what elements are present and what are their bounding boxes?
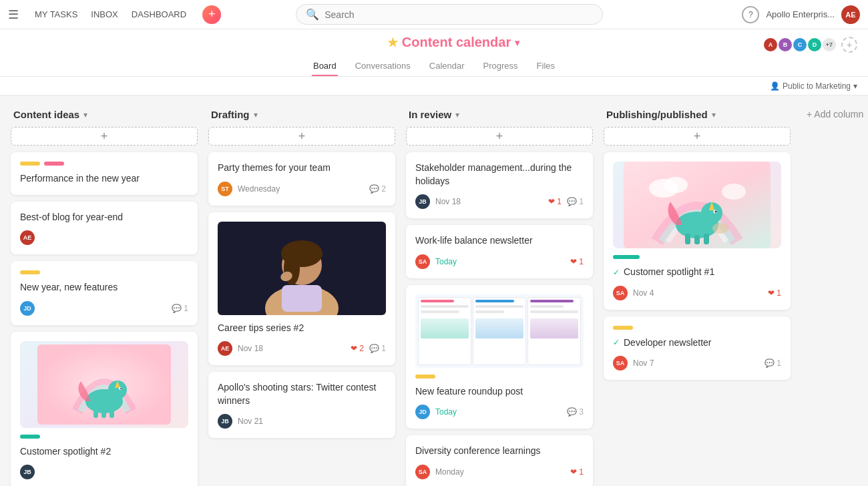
nav-dashboard[interactable]: DASHBOARD [126,7,192,22]
card-avatar: SA [613,356,628,371]
svg-point-27 [715,211,717,213]
visibility-row: 👤 Public to Marketing ▾ [0,77,868,95]
card-date-stakeholder: Nov 18 [435,197,543,206]
unicorn-illustration [37,344,171,425]
member-avatar-2[interactable]: B [777,37,793,53]
card-date-party-themes: Wednesday [238,184,364,194]
card-party-themes[interactable]: Party themes for your team ST Wednesday … [208,152,395,206]
card-career-tips[interactable]: Career tips series #2 AE Nov 18 ❤ 2 💬 1 [208,212,395,366]
add-member-button[interactable]: + [841,37,857,53]
nav-links: MY TASKS INBOX DASHBOARD [29,7,192,22]
card-diversity-conf[interactable]: Diversity conference learnings SA Monday… [406,435,593,486]
card-customer-spotlight-1[interactable]: ✓ Customer spotlight #1 SA Nov 4 ❤ 1 [604,152,791,310]
svg-point-8 [120,388,122,389]
column-publishing: Publishing/published ▾ + [604,106,791,387]
add-card-content-ideas[interactable]: + [11,127,198,146]
add-column-button[interactable]: + Add column [801,106,868,122]
card-new-feature-roundup[interactable]: New feature roundup post JD Today 💬 3 [406,285,593,429]
search-input[interactable] [324,9,593,20]
card-work-life-balance[interactable]: Work-life balance newsletter SA Today ❤ … [406,225,593,278]
comment-icon: 💬 2 [369,184,386,194]
column-chevron-in-review[interactable]: ▾ [455,110,459,119]
column-chevron-publishing[interactable]: ▾ [712,110,716,119]
svg-rect-6 [110,409,114,418]
svg-point-19 [722,184,746,200]
member-avatar-4[interactable]: D [807,37,823,53]
card-footer-customer-spotlight-1: SA Nov 4 ❤ 1 [613,286,781,300]
card-image-career [218,222,386,315]
member-avatar-1[interactable]: A [763,37,779,53]
card-stakeholder-mgmt[interactable]: Stakeholder management...during the holi… [406,152,593,218]
card-perf-new-year[interactable]: Performance in the new year [11,152,198,195]
card-best-of-blog[interactable]: Best-of blog for year-end AE [11,202,198,255]
visibility-badge[interactable]: 👤 Public to Marketing ▾ [770,81,857,91]
add-card-publishing[interactable]: + [604,127,791,146]
tab-conversations[interactable]: Conversations [354,57,412,76]
tab-files[interactable]: Files [535,57,556,76]
search-bar[interactable]: 🔍 [296,4,603,25]
card-avatar: JB [415,194,430,209]
nav-inbox[interactable]: INBOX [85,7,123,22]
board: Content ideas ▾ + Performance in the new… [0,95,868,486]
member-avatar-3[interactable]: C [792,37,808,53]
project-tabs: Board Conversations Calendar Progress Fi… [0,57,868,76]
card-title-work-life-balance: Work-life balance newsletter [415,234,584,248]
column-title-content-ideas: Content ideas [13,109,79,120]
card-footer-new-feature-roundup: JD Today 💬 3 [415,405,584,419]
add-card-in-review[interactable]: + [406,127,593,146]
card-date-apollo-shooting-stars: Nov 21 [238,417,386,426]
column-title-in-review: In review [409,109,451,120]
card-footer-apollo-shooting-stars: JB Nov 21 [218,414,386,429]
project-chevron-icon[interactable]: ▾ [515,37,519,48]
card-footer-diversity-conf: SA Monday ❤ 1 [415,465,584,479]
hamburger-icon[interactable]: ☰ [8,7,19,22]
card-title-best-of-blog: Best-of blog for year-end [20,211,188,224]
heart-icon: ❤ 1 [570,467,584,477]
card-avatar: SA [415,254,430,269]
card-new-year-features[interactable]: New year, new features JD 💬 1 [11,261,198,325]
add-card-drafting[interactable]: + [208,127,395,146]
column-content-ideas: Content ideas ▾ + Performance in the new… [11,106,198,486]
card-tags [613,326,781,330]
star-icon: ★ [387,35,398,50]
card-tags [415,375,584,379]
tag-yellow [20,162,40,166]
card-title-customer-spotlight-2: Customer spotlight #2 [20,445,188,459]
card-date-customer-spotlight-1: Nov 4 [633,288,695,298]
person-icon: 👤 [770,81,780,91]
column-header-publishing: Publishing/published ▾ [604,106,791,127]
card-avatar: JD [415,405,430,419]
card-meta-spotlight1: ✓ Customer spotlight #1 [613,266,781,279]
heart-icon: ❤ 1 [570,257,584,266]
card-apollo-shooting-stars[interactable]: Apollo's shooting stars: Twitter contest… [208,372,395,438]
tag-yellow [613,326,633,330]
column-header-drafting: Drafting ▾ [208,106,395,127]
column-chevron-drafting[interactable]: ▾ [254,110,258,119]
comment-icon: 💬 1 [567,197,584,206]
person-illustration [222,222,382,315]
card-date-diversity: Monday [435,467,497,477]
global-add-button[interactable]: + [202,5,221,24]
card-title-career-tips: Career tips series #2 [218,322,386,335]
card-title-new-feature-roundup: New feature roundup post [415,385,584,399]
card-title-perf-new-year: Performance in the new year [20,172,188,186]
card-customer-spotlight-2[interactable]: Customer spotlight #2 JB [11,332,198,486]
column-chevron-content-ideas[interactable]: ▾ [83,110,87,119]
card-developer-newsletter[interactable]: ✓ Developer newsletter SA Nov 7 💬 1 [604,316,791,381]
tab-board[interactable]: Board [312,57,338,76]
card-avatar: JD [20,301,35,316]
member-count[interactable]: +7 [821,37,837,53]
svg-point-18 [664,177,688,193]
tag-pink [44,162,64,166]
card-footer-career-tips: AE Nov 18 ❤ 2 💬 1 [218,341,386,356]
project-header: ★ Content calendar ▾ A B C D +7 + Board … [0,29,868,77]
nav-my-tasks[interactable]: MY TASKS [29,7,83,22]
tab-progress[interactable]: Progress [482,57,519,76]
visibility-label: Public to Marketing [783,81,851,91]
user-avatar[interactable]: AE [841,5,860,24]
tab-calendar[interactable]: Calendar [428,57,466,76]
card-footer-best-of-blog: AE [20,230,188,245]
column-in-review: In review ▾ + Stakeholder management...d… [406,106,593,486]
help-button[interactable]: ? [742,6,759,23]
project-title[interactable]: ★ Content calendar ▾ [387,35,519,54]
